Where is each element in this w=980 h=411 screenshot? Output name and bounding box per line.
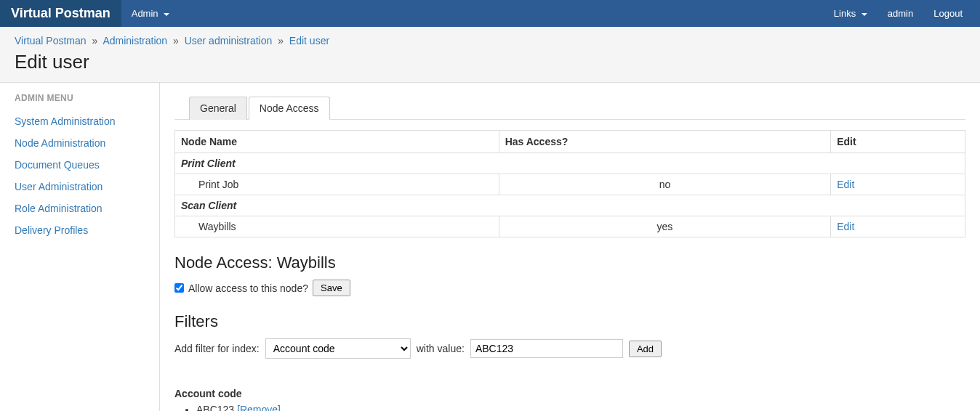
subheader: Virtual Postman » Administration » User … — [0, 27, 980, 83]
filter-value-input[interactable] — [470, 339, 623, 358]
filter-label-prefix: Add filter for index: — [174, 343, 260, 354]
filter-label-value: with value: — [417, 343, 465, 354]
sidebar-item-role-administration[interactable]: Role Administration — [15, 198, 145, 219]
brand[interactable]: Virtual Postman — [0, 0, 121, 27]
nav-links-dropdown[interactable]: Links — [824, 0, 877, 27]
sidebar: ADMIN MENU System Administration Node Ad… — [0, 83, 160, 411]
filters-heading: Filters — [174, 312, 965, 331]
has-access-cell: no — [499, 174, 831, 195]
sidebar-item-user-administration[interactable]: User Administration — [15, 176, 145, 198]
nav-links-label: Links — [834, 8, 856, 19]
th-has-access: Has Access? — [499, 131, 831, 153]
tab-node-access[interactable]: Node Access — [249, 97, 330, 120]
sidebar-item-document-queues[interactable]: Document Queues — [15, 154, 145, 176]
nav-admin-label: Admin — [132, 8, 158, 19]
sidebar-item-delivery-profiles[interactable]: Delivery Profiles — [15, 219, 145, 241]
tab-general[interactable]: General — [189, 97, 247, 120]
edit-link[interactable]: Edit — [837, 221, 854, 232]
node-name-cell: Print Job — [175, 174, 499, 195]
th-node-name: Node Name — [175, 131, 499, 153]
main-content: General Node Access Node Name Has Access… — [160, 83, 980, 411]
table-row: Print Job no Edit — [175, 174, 965, 195]
breadcrumb-item-1[interactable]: Administration — [103, 35, 167, 46]
save-button[interactable]: Save — [313, 280, 350, 296]
add-button[interactable]: Add — [629, 341, 662, 357]
breadcrumb-sep: » — [173, 35, 179, 46]
node-access-heading: Node Access: Waybills — [174, 253, 965, 272]
node-access-table: Node Name Has Access? Edit Print Client … — [174, 130, 965, 237]
breadcrumb-sep: » — [92, 35, 97, 46]
table-row: Waybills yes Edit — [175, 216, 965, 237]
filter-value: ABC123 — [196, 404, 234, 411]
applied-filter-group-title: Account code — [174, 388, 965, 399]
nav-logout[interactable]: Logout — [923, 0, 973, 27]
breadcrumb: Virtual Postman » Administration » User … — [15, 33, 965, 51]
chevron-down-icon — [164, 13, 169, 16]
nav-user[interactable]: admin — [877, 0, 923, 27]
table-group-row: Print Client — [175, 153, 965, 174]
group-name: Print Client — [175, 153, 965, 174]
navbar: Virtual Postman Admin Links admin Logout — [0, 0, 980, 27]
sidebar-item-node-administration[interactable]: Node Administration — [15, 132, 145, 154]
sidebar-item-system-administration[interactable]: System Administration — [15, 110, 145, 132]
page-title: Edit user — [15, 51, 965, 73]
edit-link[interactable]: Edit — [837, 179, 854, 190]
list-item: ABC123 [Remove] — [196, 402, 965, 411]
nav-admin-dropdown[interactable]: Admin — [121, 0, 180, 27]
breadcrumb-item-0[interactable]: Virtual Postman — [15, 35, 87, 46]
filter-index-select[interactable]: Account code — [265, 338, 411, 359]
tabs: General Node Access — [174, 96, 965, 120]
chevron-down-icon — [861, 13, 867, 16]
table-group-row: Scan Client — [175, 195, 965, 216]
has-access-cell: yes — [499, 216, 831, 237]
breadcrumb-item-3[interactable]: Edit user — [289, 35, 329, 46]
th-edit: Edit — [831, 131, 965, 153]
sidebar-header: ADMIN MENU — [15, 93, 145, 103]
group-name: Scan Client — [175, 195, 965, 216]
breadcrumb-item-2[interactable]: User administration — [185, 35, 273, 46]
remove-link[interactable]: [Remove] — [237, 404, 281, 411]
node-name-cell: Waybills — [175, 216, 499, 237]
breadcrumb-sep: » — [278, 35, 284, 46]
allow-access-label: Allow access to this node? — [188, 282, 308, 294]
allow-access-checkbox[interactable] — [174, 283, 184, 293]
applied-filter-list: ABC123 [Remove] — [174, 402, 965, 411]
